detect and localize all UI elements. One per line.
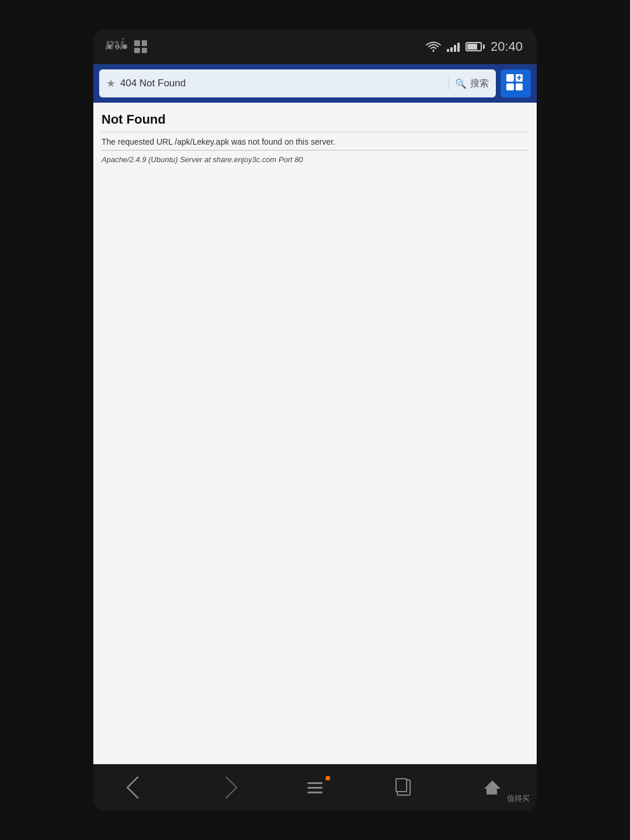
home-icon [485, 780, 500, 794]
new-tab-icon [506, 74, 525, 93]
copy-icon [397, 779, 411, 796]
watermark: 值得买 [507, 793, 530, 804]
page-divider [102, 150, 528, 150]
status-grid-icon [134, 40, 147, 53]
address-bar[interactable]: ★ 404 Not Found 🔍 搜索 [99, 69, 496, 97]
bottom-nav: 值得买 [93, 764, 537, 811]
grid-cell-4 [142, 48, 148, 54]
battery-icon [466, 42, 485, 51]
forward-arrow-icon [215, 776, 238, 799]
tab-cell-1 [506, 74, 514, 82]
webpage-content: Not Found The requested URL /apk/Lekey.a… [93, 103, 537, 764]
page-heading: Not Found [102, 112, 528, 132]
new-tab-button[interactable] [501, 69, 531, 97]
signal-bar-3 [454, 45, 456, 52]
menu-line-2 [307, 787, 323, 789]
signal-bar-4 [457, 43, 460, 52]
grid-cell-2 [142, 40, 148, 46]
menu-line-1 [307, 782, 323, 784]
forward-button[interactable] [209, 770, 244, 805]
copy-button[interactable] [386, 770, 421, 805]
back-arrow-icon [126, 776, 149, 799]
bookmark-icon: ★ [106, 77, 116, 90]
grid-cell-3 [134, 48, 140, 54]
home-body [487, 786, 497, 794]
tab-cell-4 [516, 83, 523, 91]
home-button[interactable] [475, 770, 510, 805]
battery-body [466, 42, 482, 51]
search-section[interactable]: 🔍 搜索 [449, 78, 489, 90]
status-time: 20:40 [491, 39, 523, 54]
signal-bar-1 [447, 49, 449, 52]
menu-button[interactable] [298, 770, 332, 805]
signal-bar-2 [450, 47, 453, 52]
status-bar: 20:40 [93, 29, 537, 64]
back-button[interactable] [120, 770, 155, 805]
tab-cell-3 [506, 83, 514, 91]
grid-cell-1 [134, 40, 140, 46]
battery-tip [483, 44, 485, 49]
tab-cell-plus [516, 74, 523, 82]
page-body-text: The requested URL /apk/Lekey.apk was not… [102, 137, 528, 146]
menu-lines-icon [307, 782, 323, 793]
page-server-text: Apache/2.4.9 (Ubuntu) Server at share.en… [102, 155, 528, 164]
notification-badge [326, 776, 330, 780]
search-icon: 🔍 [455, 78, 467, 89]
new-tab-grid [506, 74, 523, 90]
menu-line-3 [307, 792, 323, 793]
status-right: 20:40 [426, 39, 523, 54]
browser-bar: ★ 404 Not Found 🔍 搜索 [93, 64, 537, 103]
search-label: 搜索 [470, 78, 489, 90]
battery-fill [467, 44, 477, 50]
wifi-icon [426, 41, 441, 52]
mi-logo: mi [105, 35, 124, 54]
signal-bars-icon [447, 41, 460, 52]
address-text: 404 Not Found [120, 78, 444, 89]
